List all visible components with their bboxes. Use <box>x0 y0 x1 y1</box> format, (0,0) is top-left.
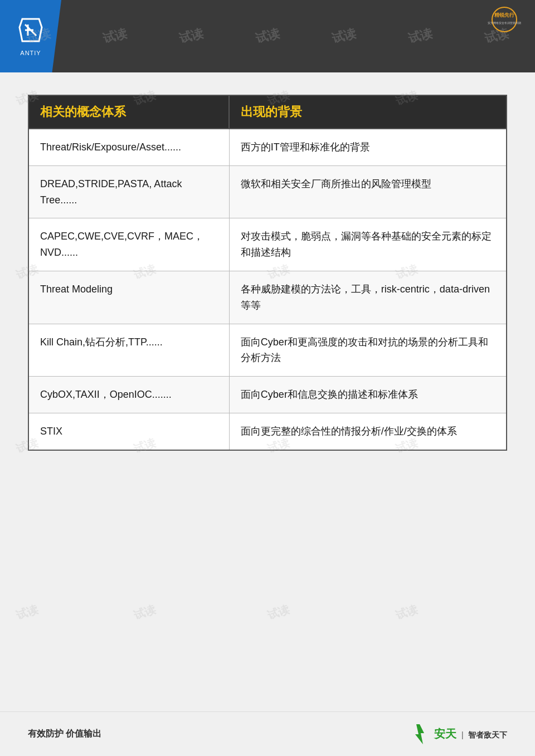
table-cell-left-2: CAPEC,CWE,CVE,CVRF，MAEC，NVD...... <box>28 218 229 271</box>
bwm-14: 试读 <box>132 602 158 623</box>
bwm-13: 试读 <box>14 602 40 623</box>
footer-brand-text: 安天 | 智者敌天下 <box>434 726 507 742</box>
main-content: 相关的概念体系 出现的背景 Threat/Risk/Exposure/Asset… <box>0 72 535 473</box>
footer-slogan: 智者敌天下 <box>468 730 507 739</box>
table-row: CybOX,TAXII，OpenIOC.......面向Cyber和信息交换的描… <box>28 377 507 413</box>
table-cell-left-3: Threat Modeling <box>28 271 229 324</box>
footer-logo: 安天 | 智者敌天下 <box>408 723 507 745</box>
footer-antiy-cn: 安天 <box>434 728 456 740</box>
table-cell-right-1: 微软和相关安全厂商所推出的风险管理模型 <box>229 165 507 218</box>
table-cell-right-6: 面向更完整的综合性的情报分析/作业/交换的体系 <box>229 413 507 450</box>
table-cell-right-4: 面向Cyber和更高强度的攻击和对抗的场景的分析工具和分析方法 <box>229 324 507 377</box>
bwm-16: 试读 <box>394 602 420 623</box>
table-cell-left-1: DREAD,STRIDE,PASTA, Attack Tree...... <box>28 165 229 218</box>
svg-text:精锐先行: 精锐先行 <box>494 12 515 18</box>
logo-text: ANTIY <box>20 50 41 56</box>
table-cell-left-5: CybOX,TAXII，OpenIOC....... <box>28 377 229 413</box>
footer-divider: | <box>461 730 464 739</box>
footer-tagline: 有效防护 价值输出 <box>28 728 101 740</box>
footer: 有效防护 价值输出 安天 | 智者敌天下 <box>0 711 535 756</box>
table-row: DREAD,STRIDE,PASTA, Attack Tree......微软和… <box>28 165 507 218</box>
watermark-4: 试读 <box>254 25 281 47</box>
info-table: 相关的概念体系 出现的背景 Threat/Risk/Exposure/Asset… <box>28 95 507 451</box>
top-right-brand: 精锐先行 安天网络安全冬训营第四期 <box>485 6 524 33</box>
table-cell-right-3: 各种威胁建模的方法论，工具，risk-centric，data-driven等等 <box>229 271 507 324</box>
table-cell-right-5: 面向Cyber和信息交换的描述和标准体系 <box>229 377 507 413</box>
footer-logo-svg <box>408 723 431 745</box>
watermark-2: 试读 <box>101 25 129 47</box>
header-watermark-area: 试读 试读 试读 试读 试读 试读 试读 <box>0 0 535 72</box>
svg-point-4 <box>492 7 517 32</box>
header: ANTIY 试读 试读 试读 试读 试读 试读 试读 精锐先行 安天网络安全冬训… <box>0 0 535 72</box>
table-cell-left-0: Threat/Risk/Exposure/Asset...... <box>28 129 229 165</box>
logo-box: ANTIY <box>0 0 61 72</box>
watermark-5: 试读 <box>330 25 358 47</box>
svg-text:安天网络安全冬训营第四期: 安天网络安全冬训营第四期 <box>488 21 521 25</box>
table-row: Threat Modeling各种威胁建模的方法论，工具，risk-centri… <box>28 271 507 324</box>
table-row: Kill Chain,钻石分析,TTP......面向Cyber和更高强度的攻击… <box>28 324 507 377</box>
bwm-15: 试读 <box>266 602 292 623</box>
watermark-6: 试读 <box>406 25 434 47</box>
table-cell-right-0: 西方的IT管理和标准化的背景 <box>229 129 507 165</box>
watermark-3: 试读 <box>177 25 205 47</box>
table-cell-right-2: 对攻击模式，脆弱点，漏洞等各种基础的安全元素的标定和描述结构 <box>229 218 507 271</box>
logo-icon <box>17 16 45 47</box>
table-cell-left-6: STIX <box>28 413 229 450</box>
svg-marker-7 <box>415 724 424 744</box>
table-row: Threat/Risk/Exposure/Asset......西方的IT管理和… <box>28 129 507 165</box>
footer-brand-container: 安天 | 智者敌天下 <box>408 723 507 745</box>
table-row: CAPEC,CWE,CVE,CVRF，MAEC，NVD......对攻击模式，脆… <box>28 218 507 271</box>
table-row: STIX面向更完整的综合性的情报分析/作业/交换的体系 <box>28 413 507 450</box>
col1-header: 相关的概念体系 <box>28 95 229 129</box>
col2-header: 出现的背景 <box>229 95 507 129</box>
table-cell-left-4: Kill Chain,钻石分析,TTP...... <box>28 324 229 377</box>
